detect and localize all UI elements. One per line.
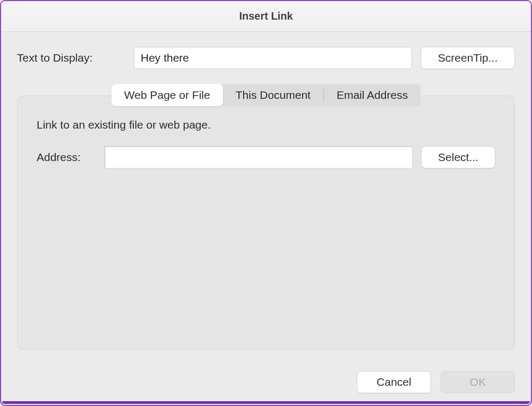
insert-link-dialog: Insert Link Text to Display: ScreenTip..… [0,0,532,406]
panel-outer: Link to an existing file or web page. Ad… [17,96,515,350]
tab-web-page-or-file[interactable]: Web Page or File [111,84,223,106]
address-row: Address: Select... [37,146,495,168]
cancel-button[interactable]: Cancel [357,371,431,393]
text-to-display-label: Text to Display: [17,52,134,64]
link-panel: Link to an existing file or web page. Ad… [17,96,515,350]
screentip-button[interactable]: ScreenTip... [421,47,515,69]
text-to-display-row: Text to Display: ScreenTip... [17,47,515,69]
address-input[interactable] [105,146,413,168]
panel-description: Link to an existing file or web page. [37,119,495,131]
dialog-content: Text to Display: ScreenTip... Web Page o… [1,32,531,369]
text-to-display-input[interactable] [134,47,412,69]
bottom-edge [2,401,530,404]
dialog-title: Insert Link [239,10,293,22]
address-label: Address: [37,151,105,164]
ok-button: OK [441,371,515,393]
tab-this-document[interactable]: This Document [223,84,323,106]
dialog-footer: Cancel OK [1,369,531,405]
select-button[interactable]: Select... [421,146,495,168]
tab-email-address[interactable]: Email Address [324,84,421,106]
tab-group: Web Page or File This Document Email Add… [111,84,421,106]
titlebar: Insert Link [1,1,531,32]
